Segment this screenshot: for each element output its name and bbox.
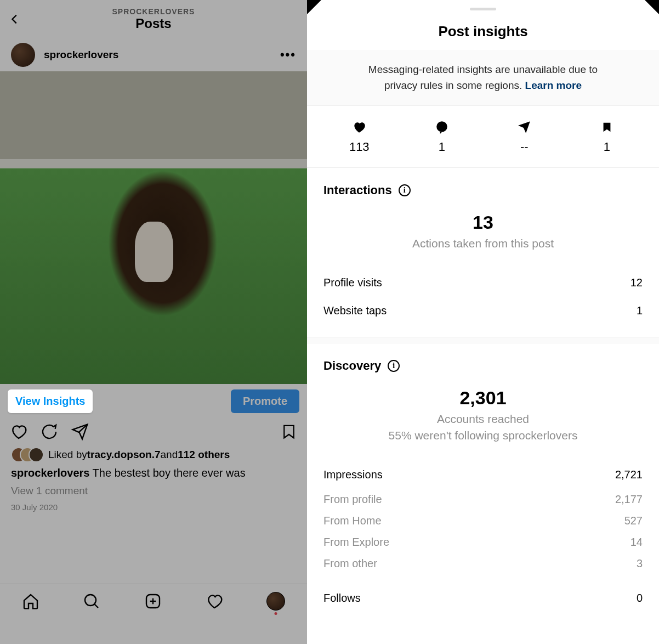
likes-summary[interactable]: Liked by tracy.dopson.7 and 112 others xyxy=(0,445,307,465)
promote-button[interactable]: Promote xyxy=(231,389,299,413)
kv-label: From profile xyxy=(323,493,615,506)
notification-dot-icon xyxy=(275,612,277,615)
kv-label: From Explore xyxy=(323,536,630,549)
learn-more-link[interactable]: Learn more xyxy=(525,80,582,91)
svg-line-1 xyxy=(95,604,99,608)
kv-row: From profile 2,177 xyxy=(323,489,643,510)
post-author-row[interactable]: sprockerlovers ••• xyxy=(0,38,307,71)
post-date: 30 July 2020 xyxy=(0,500,307,514)
kv-value: 527 xyxy=(624,515,643,527)
kv-row: Impressions 2,721 xyxy=(323,461,643,489)
kv-label: From other xyxy=(323,557,637,570)
author-avatar[interactable] xyxy=(11,43,35,67)
interactions-title: Interactions xyxy=(323,183,392,197)
svg-point-5 xyxy=(436,121,447,132)
interactions-section: Interactions i 13 Actions taken from thi… xyxy=(307,168,659,262)
bottom-navigation xyxy=(0,584,307,618)
info-icon[interactable]: i xyxy=(399,184,411,196)
kv-row: From other 3 xyxy=(323,553,643,574)
discovery-sub1: Accounts reached xyxy=(437,413,529,425)
nav-profile-avatar[interactable] xyxy=(266,592,285,611)
interactions-breakdown: Profile visits 12 Website taps 1 xyxy=(307,262,659,331)
post-image[interactable] xyxy=(0,71,307,384)
kv-label: Website taps xyxy=(323,304,637,317)
kv-value: 2,177 xyxy=(615,493,643,506)
svg-point-0 xyxy=(85,595,96,606)
like-icon[interactable] xyxy=(10,423,27,440)
author-username[interactable]: sprockerlovers xyxy=(44,49,280,61)
follows-value: 0 xyxy=(637,592,643,605)
heart-icon xyxy=(318,119,401,135)
kv-value: 12 xyxy=(630,276,643,289)
saves-stat: 1 xyxy=(566,119,649,154)
liker-avatars[interactable] xyxy=(11,447,44,462)
kv-row: Profile visits 12 xyxy=(323,269,643,297)
post-header: SPROCKERLOVERS Posts xyxy=(0,0,307,38)
info-icon[interactable]: i xyxy=(388,360,400,372)
kv-value: 3 xyxy=(637,557,643,570)
post-insights-panel: Post insights Messaging-related insights… xyxy=(307,0,659,644)
discovery-section: Discovery i 2,301 Accounts reached 55% w… xyxy=(307,343,659,454)
discovery-sub2: 55% weren't following sprockerlovers xyxy=(389,429,578,442)
section-divider xyxy=(307,337,659,343)
impressions-breakdown: Impressions 2,721 From profile 2,177 Fro… xyxy=(307,454,659,619)
caption-username[interactable]: sprockerlovers xyxy=(11,467,89,479)
notice-line2: privacy rules in some regions. xyxy=(384,80,525,91)
impressions-value: 2,721 xyxy=(615,468,643,481)
comment-icon[interactable] xyxy=(41,423,58,440)
nav-home-icon[interactable] xyxy=(22,592,39,610)
insights-promote-row: View Insights Promote xyxy=(0,384,307,419)
comment-icon xyxy=(401,119,484,135)
interactions-subtitle: Actions taken from this post xyxy=(323,235,643,251)
share-icon[interactable] xyxy=(71,423,89,440)
post-actions-row xyxy=(0,419,307,445)
liked-by-text: Liked by xyxy=(48,449,87,461)
likes-stat: 113 xyxy=(318,119,401,154)
kv-value: 1 xyxy=(637,304,643,317)
more-options-button[interactable]: ••• xyxy=(280,48,296,62)
kv-value: 14 xyxy=(630,536,643,549)
drag-handle[interactable] xyxy=(470,8,496,10)
liked-by-user[interactable]: tracy.dopson.7 xyxy=(87,449,161,461)
instagram-post-view: SPROCKERLOVERS Posts sprockerlovers ••• … xyxy=(0,0,307,644)
shares-count: -- xyxy=(483,140,566,154)
kv-row: Follows 0 xyxy=(323,584,643,612)
bookmark-icon xyxy=(566,119,649,135)
send-icon xyxy=(483,119,566,135)
view-comments-link[interactable]: View 1 comment xyxy=(0,482,307,500)
nav-activity-icon[interactable] xyxy=(206,592,223,610)
discovery-title: Discovery xyxy=(323,359,381,373)
shares-stat: -- xyxy=(483,119,566,154)
liked-by-mid: and xyxy=(161,449,178,461)
accounts-reached: 2,301 xyxy=(323,387,643,409)
liked-by-others[interactable]: 112 others xyxy=(178,449,230,461)
notice-line1: Messaging-related insights are unavailab… xyxy=(368,64,598,75)
comments-count: 1 xyxy=(401,140,484,154)
header-title: Posts xyxy=(31,16,276,31)
kv-row: Website taps 1 xyxy=(323,297,643,325)
view-insights-button[interactable]: View Insights xyxy=(8,389,93,413)
impressions-label: Impressions xyxy=(323,468,615,481)
back-button[interactable] xyxy=(9,13,31,25)
interactions-total: 13 xyxy=(323,212,643,233)
bookmark-icon[interactable] xyxy=(281,423,297,440)
follows-label: Follows xyxy=(323,592,637,605)
comments-stat: 1 xyxy=(401,119,484,154)
post-caption: sprockerlovers The bestest boy there eve… xyxy=(0,465,307,482)
nav-add-icon[interactable] xyxy=(144,592,162,610)
insights-title: Post insights xyxy=(307,23,659,40)
engagement-stats-row: 113 1 -- 1 xyxy=(307,106,659,168)
saves-count: 1 xyxy=(566,140,649,154)
kv-row: From Explore 14 xyxy=(323,532,643,553)
likes-count: 113 xyxy=(318,140,401,154)
caption-text: The bestest boy there ever was xyxy=(89,467,245,479)
privacy-notice: Messaging-related insights are unavailab… xyxy=(307,50,659,106)
kv-label: Profile visits xyxy=(323,276,630,289)
insights-header: Post insights xyxy=(307,0,659,50)
kv-row: From Home 527 xyxy=(323,510,643,532)
header-subtitle: SPROCKERLOVERS xyxy=(31,7,276,16)
nav-search-icon[interactable] xyxy=(83,592,100,610)
kv-label: From Home xyxy=(323,515,624,527)
